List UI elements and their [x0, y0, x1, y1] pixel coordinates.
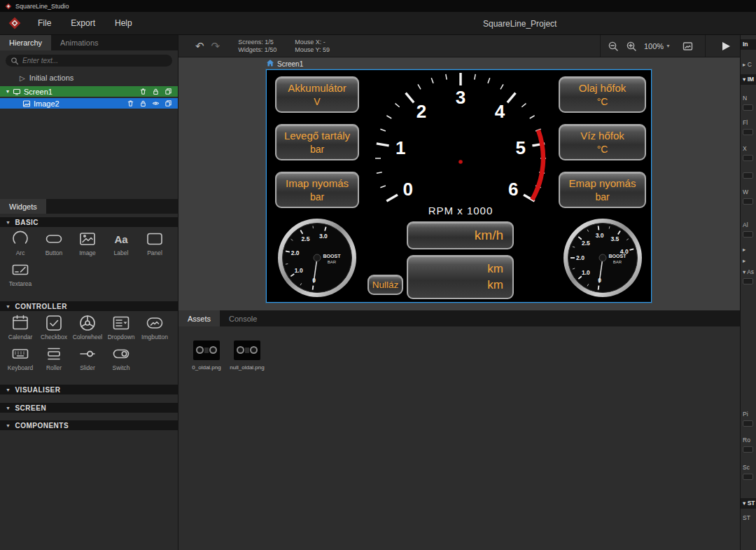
section-header-components[interactable]: ▼ COMPONENTS: [0, 420, 178, 430]
widget-item-label: Keyboard: [8, 364, 33, 371]
home-icon: [266, 59, 274, 69]
hierarchy-tabbar: Hierarchy Animations: [0, 35, 178, 50]
reset-button[interactable]: Nulláz: [368, 275, 403, 295]
widget-item-button[interactable]: Button: [37, 228, 71, 259]
section-header-screen[interactable]: ▼ SCREEN: [0, 403, 178, 413]
menu-export[interactable]: Export: [61, 13, 105, 34]
inspector-field-fragment[interactable]: [743, 231, 753, 238]
toolbar-divider: [705, 35, 706, 57]
dash-button-akkumulator[interactable]: Akkumulátor V: [275, 76, 359, 113]
tab-widgets[interactable]: Widgets: [0, 199, 46, 214]
widget-item-image[interactable]: Image: [71, 228, 104, 259]
widget-item-label: Roller: [46, 364, 62, 371]
lock-icon[interactable]: [152, 88, 160, 95]
section-header-basic[interactable]: ▼ BASIC: [0, 217, 178, 227]
design-canvas[interactable]: Screen1 0123456 RPM x 1000 Akkumulátor V: [178, 57, 740, 310]
redo-icon[interactable]: ↷: [211, 41, 220, 51]
initial-actions-row[interactable]: ▷ Initial actions: [0, 72, 178, 83]
widget-item-colorwheel[interactable]: Colorwheel: [71, 312, 104, 343]
widget-item-roller[interactable]: Roller: [37, 343, 71, 374]
screen1-design-surface[interactable]: 0123456 RPM x 1000 Akkumulátor V Levegő …: [266, 69, 652, 303]
inspector-field-fragment[interactable]: [743, 420, 753, 427]
section-header-visualiser[interactable]: ▼ VISUALISER: [0, 385, 178, 394]
menu-help[interactable]: Help: [105, 13, 142, 34]
tab-assets[interactable]: Assets: [178, 310, 220, 326]
duplicate-icon[interactable]: [164, 88, 172, 95]
widget-item-keyboard[interactable]: Keyboard: [4, 343, 37, 374]
dash-button-olaj-hofok[interactable]: Olaj hőfok °C: [559, 76, 646, 113]
collapse-arrow-icon[interactable]: ▾: [3, 88, 13, 95]
boost-gauge-right[interactable]: 01.02.02.53.03.54.0BOOSTBAR: [563, 218, 643, 298]
play-outline-icon: ▷: [20, 74, 25, 82]
inspector-field-fragment[interactable]: [743, 474, 753, 480]
inspector-field-fragment[interactable]: [743, 172, 753, 179]
screenshot-icon[interactable]: [682, 41, 694, 52]
section-title: VISUALISER: [15, 386, 60, 394]
dash-button-imap-nyomas[interactable]: Imap nyomás bar: [275, 172, 359, 208]
zoom-in-icon[interactable]: [626, 41, 637, 52]
boost-gauge-left[interactable]: 01.02.02.53.0BOOSTBAR: [277, 218, 357, 298]
reset-label: Nulláz: [372, 279, 399, 291]
asset-item[interactable]: null_oldal.png: [229, 341, 265, 371]
rpm-label[interactable]: RPM x 1000: [398, 205, 524, 216]
widget-item-panel[interactable]: Panel: [138, 228, 172, 259]
odometer-display-button[interactable]: km km: [407, 255, 514, 299]
inspector-field-fragment[interactable]: [743, 278, 753, 284]
calendar-icon: [11, 313, 29, 333]
duplicate-icon[interactable]: [164, 99, 172, 107]
dash-button-line2: °C: [597, 143, 608, 156]
widget-item-label-widget[interactable]: AaLabel: [104, 228, 138, 259]
undo-icon[interactable]: ↶: [195, 41, 204, 51]
eye-icon[interactable]: [152, 99, 160, 107]
tree-item-image2[interactable]: Image2: [0, 98, 178, 109]
inspector-field-fragment[interactable]: [743, 155, 753, 161]
inspector-field-fragment[interactable]: [743, 104, 753, 111]
section-header-controller[interactable]: ▼ CONTROLLER: [0, 301, 178, 311]
button-icon: [45, 229, 63, 249]
hierarchy-tree: ▾ Screen1 Image2: [0, 86, 178, 110]
svg-text:BAR: BAR: [613, 260, 622, 264]
dash-button-emap-nyomas[interactable]: Emap nyomás bar: [559, 172, 646, 208]
lock-icon[interactable]: [139, 99, 147, 107]
menu-file[interactable]: File: [28, 13, 61, 34]
dash-button-levego-tartaly[interactable]: Levegő tartály bar: [275, 124, 359, 160]
tab-hierarchy[interactable]: Hierarchy: [0, 35, 51, 50]
checkbox-icon: [45, 313, 63, 333]
search-input[interactable]: [6, 55, 172, 67]
tree-item-screen1[interactable]: ▾ Screen1: [0, 86, 178, 97]
widget-item-switch[interactable]: Switch: [104, 343, 138, 374]
inspector-label-fragment: ▾ IM: [741, 74, 756, 85]
delete-icon[interactable]: [139, 88, 147, 95]
screen-tag[interactable]: Screen1: [266, 59, 303, 69]
speed-display-button[interactable]: km/h: [407, 221, 514, 249]
play-button[interactable]: [722, 42, 730, 50]
asset-item[interactable]: 0_oldal.png: [188, 341, 225, 371]
svg-text:2: 2: [416, 101, 426, 122]
dash-button-viz-hofok[interactable]: Víz hőfok °C: [559, 124, 646, 160]
inspector-label-fragment: ▸: [741, 257, 756, 265]
image-icon: [78, 229, 97, 249]
slider-icon: [78, 344, 97, 364]
widget-item-checkbox[interactable]: Checkbox: [37, 312, 71, 343]
zoom-level-dropdown[interactable]: 100% ▼: [644, 42, 671, 50]
tab-animations[interactable]: Animations: [51, 35, 107, 50]
svg-text:4: 4: [495, 101, 505, 122]
widget-item-textarea[interactable]: Textarea: [4, 259, 37, 290]
squareline-studio-window: SquareLine_Studio File Export Help Squar…: [0, 0, 756, 550]
widget-item-slider[interactable]: Slider: [71, 343, 104, 374]
svg-text:2.0: 2.0: [576, 254, 584, 261]
widget-item-dropdown[interactable]: Dropdown: [104, 312, 138, 343]
inspector-field-fragment[interactable]: [743, 198, 753, 205]
widget-item-calendar[interactable]: Calendar: [4, 312, 37, 343]
widget-item-imgbutton[interactable]: Imgbutton: [138, 312, 172, 343]
inspector-field-fragment[interactable]: [743, 446, 753, 453]
zoom-out-icon[interactable]: [608, 41, 619, 52]
inspector-field-fragment[interactable]: [743, 129, 753, 135]
delete-icon[interactable]: [127, 99, 134, 107]
widget-item-arc[interactable]: Arc: [4, 228, 37, 259]
inspector-label-fragment: ▸ C: [741, 61, 756, 69]
dash-button-line2: bar: [310, 191, 324, 203]
tree-item-label: Screen1: [24, 88, 139, 96]
tree-item-label: Image2: [34, 99, 127, 108]
tab-console[interactable]: Console: [220, 310, 266, 326]
